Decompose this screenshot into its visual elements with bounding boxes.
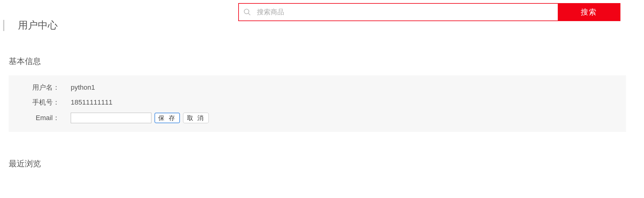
basic-info-heading: 基本信息 <box>9 56 625 67</box>
email-label: Email： <box>18 113 71 123</box>
search-bar: 搜索 <box>238 3 620 21</box>
phone-value: 18511111111 <box>71 98 113 106</box>
username-label: 用户名： <box>18 83 71 92</box>
title-accent-bar <box>3 20 4 31</box>
recent-browse-section: 最近浏览 <box>9 158 625 178</box>
email-row: Email： 保 存 取 消 <box>18 113 617 123</box>
svg-line-1 <box>248 13 250 15</box>
search-icon <box>239 4 254 20</box>
cancel-button[interactable]: 取 消 <box>183 113 209 123</box>
basic-info-panel: 用户名： python1 手机号： 18511111111 Email： 保 存… <box>9 75 626 132</box>
username-value: python1 <box>71 83 95 92</box>
email-field[interactable] <box>71 113 151 123</box>
recent-browse-heading: 最近浏览 <box>9 158 625 169</box>
save-button[interactable]: 保 存 <box>154 113 180 123</box>
username-row: 用户名： python1 <box>18 83 617 92</box>
phone-label: 手机号： <box>18 98 71 107</box>
page-title: 用户中心 <box>18 19 58 32</box>
svg-point-0 <box>244 9 249 14</box>
phone-row: 手机号： 18511111111 <box>18 98 617 107</box>
search-button[interactable]: 搜索 <box>558 4 620 20</box>
search-input[interactable] <box>254 4 558 20</box>
page-title-wrap: 用户中心 <box>3 19 58 32</box>
basic-info-section: 基本信息 用户名： python1 手机号： 18511111111 Email… <box>9 56 625 132</box>
